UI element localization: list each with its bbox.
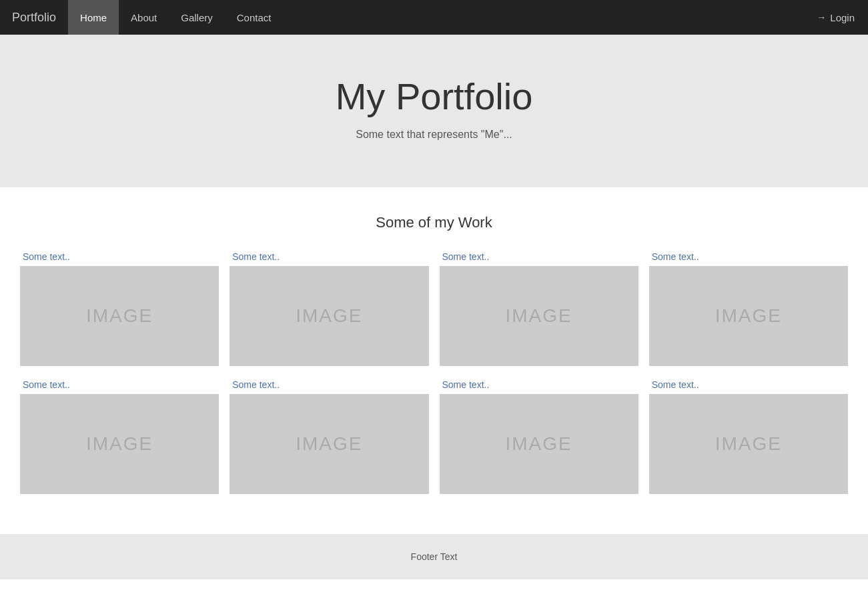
card-label: Some text..: [20, 251, 70, 262]
image-card: Some text.. IMAGE: [230, 251, 428, 366]
work-heading: Some of my Work: [13, 214, 855, 231]
login-icon: →: [817, 12, 826, 23]
hero-title: My Portfolio: [13, 75, 855, 118]
login-button[interactable]: → Login: [803, 0, 868, 35]
image-placeholder: IMAGE: [20, 394, 219, 494]
nav-item-about[interactable]: About: [119, 0, 169, 35]
image-card: Some text.. IMAGE: [20, 251, 219, 366]
image-placeholder: IMAGE: [230, 394, 428, 494]
card-label: Some text..: [649, 379, 699, 390]
work-section: Some of my Work Some text.. IMAGE Some t…: [0, 187, 868, 534]
image-card: Some text.. IMAGE: [649, 251, 848, 366]
card-label: Some text..: [440, 379, 490, 390]
image-placeholder: IMAGE: [649, 394, 848, 494]
image-placeholder: IMAGE: [440, 394, 638, 494]
image-placeholder: IMAGE: [649, 266, 848, 366]
nav-item-home[interactable]: Home: [68, 0, 119, 35]
card-label: Some text..: [440, 251, 490, 262]
nav-brand: Portfolio: [0, 0, 68, 35]
nav-item-contact[interactable]: Contact: [225, 0, 284, 35]
image-card: Some text.. IMAGE: [440, 379, 638, 494]
image-placeholder: IMAGE: [230, 266, 428, 366]
footer: Footer Text: [0, 534, 868, 579]
nav-item-gallery[interactable]: Gallery: [169, 0, 225, 35]
card-label: Some text..: [20, 379, 70, 390]
card-label: Some text..: [649, 251, 699, 262]
card-label: Some text..: [230, 379, 280, 390]
image-placeholder: IMAGE: [440, 266, 638, 366]
nav-left: Portfolio Home About Gallery Contact: [0, 0, 283, 35]
image-placeholder: IMAGE: [20, 266, 219, 366]
footer-text: Footer Text: [411, 551, 458, 562]
image-grid: Some text.. IMAGE Some text.. IMAGE Some…: [13, 251, 855, 507]
hero-section: My Portfolio Some text that represents "…: [0, 35, 868, 187]
image-card: Some text.. IMAGE: [649, 379, 848, 494]
image-card: Some text.. IMAGE: [230, 379, 428, 494]
login-label: Login: [830, 12, 855, 23]
navbar: Portfolio Home About Gallery Contact → L…: [0, 0, 868, 35]
card-label: Some text..: [230, 251, 280, 262]
image-card: Some text.. IMAGE: [20, 379, 219, 494]
image-card: Some text.. IMAGE: [440, 251, 638, 366]
hero-subtitle: Some text that represents "Me"...: [13, 129, 855, 141]
